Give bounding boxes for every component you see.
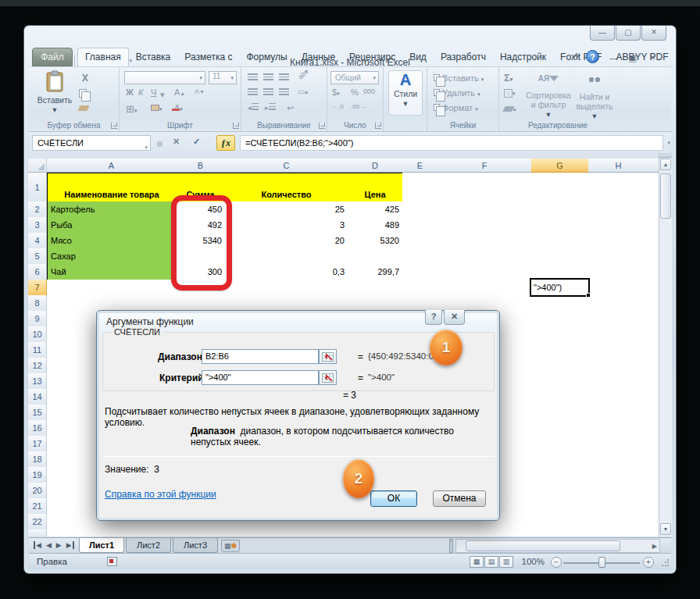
align-right-icon[interactable] bbox=[279, 87, 289, 97]
zoom-out-icon[interactable]: − bbox=[551, 557, 562, 568]
cell-A1[interactable]: Наименование товара bbox=[47, 173, 177, 202]
font-color-icon[interactable]: А▾ bbox=[174, 103, 183, 112]
cell-C5[interactable] bbox=[225, 248, 348, 265]
cell-X14[interactable] bbox=[648, 389, 659, 405]
cell-G2[interactable] bbox=[531, 201, 589, 218]
cell-G16[interactable] bbox=[531, 420, 589, 437]
tab-данные[interactable]: Данные bbox=[295, 48, 342, 66]
criteria-field-input[interactable]: ">400" bbox=[202, 370, 319, 385]
insert-worksheet-tab[interactable]: ▦✱ bbox=[221, 540, 240, 552]
row-header-2[interactable]: 2 bbox=[28, 201, 47, 218]
name-box[interactable]: СЧЁТЕСЛИ▾ bbox=[32, 135, 151, 151]
cell-H15[interactable] bbox=[588, 405, 649, 421]
cell-E1[interactable] bbox=[402, 173, 438, 202]
cell-G22[interactable] bbox=[531, 514, 589, 530]
row-header-20[interactable]: 20 bbox=[28, 483, 47, 499]
macro-record-icon[interactable] bbox=[107, 557, 117, 566]
cell-A5[interactable]: Сахар bbox=[47, 248, 177, 265]
increase-decimal-icon[interactable]: ←,0 bbox=[332, 103, 344, 110]
zoom-slider-thumb[interactable] bbox=[598, 557, 605, 568]
cell-X19[interactable] bbox=[648, 467, 659, 483]
cell-G19[interactable] bbox=[531, 467, 589, 483]
row-header-9[interactable]: 9 bbox=[28, 311, 47, 327]
cell-D5[interactable] bbox=[348, 248, 403, 265]
cell-E4[interactable] bbox=[402, 233, 438, 249]
underline-button[interactable]: Ч bbox=[151, 87, 156, 97]
row-header-11[interactable]: 11 bbox=[28, 342, 47, 358]
cell-A23[interactable] bbox=[47, 529, 177, 537]
expand-formula-bar-icon[interactable]: ▾ bbox=[667, 140, 670, 146]
cell-G15[interactable] bbox=[531, 405, 589, 421]
cell-H23[interactable] bbox=[588, 529, 649, 537]
cell-X5[interactable] bbox=[648, 248, 659, 265]
row-header-5[interactable]: 5 bbox=[28, 248, 47, 265]
percent-icon[interactable]: % bbox=[351, 87, 359, 97]
cell-H5[interactable] bbox=[588, 248, 649, 265]
cut-icon[interactable] bbox=[80, 73, 89, 84]
shrink-font-icon[interactable]: А▼ bbox=[195, 87, 205, 95]
cell-X23[interactable] bbox=[648, 529, 659, 537]
autosum-icon[interactable]: Σ▾ bbox=[504, 72, 512, 84]
increase-indent-icon[interactable]: ▸ bbox=[265, 103, 276, 112]
cell-X15[interactable] bbox=[648, 405, 659, 421]
split-handle[interactable] bbox=[659, 153, 672, 158]
cell-E2[interactable] bbox=[402, 201, 438, 218]
help-link[interactable]: Справка по этой функции bbox=[105, 489, 216, 500]
select-all-corner[interactable] bbox=[28, 159, 47, 173]
tab-вид[interactable]: Вид bbox=[402, 48, 434, 66]
borders-icon[interactable]: ⊞▾ bbox=[126, 103, 137, 115]
cell-B23[interactable] bbox=[176, 529, 226, 537]
cell-C1[interactable]: Количество bbox=[225, 173, 348, 202]
help-icon[interactable]: ? bbox=[586, 50, 599, 63]
cell-A6[interactable]: Чай bbox=[47, 264, 177, 280]
insert-function-icon[interactable]: ƒx bbox=[216, 135, 235, 151]
cell-C8[interactable] bbox=[225, 295, 348, 312]
cell-G10[interactable] bbox=[531, 326, 589, 343]
page-layout-view-icon[interactable]: ▤ bbox=[484, 556, 498, 568]
tab-рецензирс[interactable]: Рецензирс bbox=[342, 48, 402, 66]
cell-G13[interactable] bbox=[531, 373, 589, 390]
row-header-4[interactable]: 4 bbox=[28, 233, 47, 249]
align-middle-icon[interactable] bbox=[263, 73, 273, 82]
cell-H1[interactable] bbox=[588, 173, 649, 202]
cell-G18[interactable] bbox=[531, 451, 589, 468]
row-header-12[interactable]: 12 bbox=[28, 358, 47, 374]
column-header-partial[interactable] bbox=[648, 159, 659, 173]
cell-X1[interactable] bbox=[648, 173, 659, 202]
cell-H7[interactable] bbox=[588, 280, 649, 296]
cell-H22[interactable] bbox=[588, 514, 649, 530]
cell-H12[interactable] bbox=[588, 358, 649, 374]
zoom-in-icon[interactable]: + bbox=[643, 557, 654, 568]
column-header-A[interactable]: A bbox=[47, 159, 177, 173]
cell-X10[interactable] bbox=[648, 326, 659, 343]
cell-E3[interactable] bbox=[402, 217, 438, 234]
grow-font-icon[interactable]: А▲ bbox=[174, 87, 185, 97]
dialog-close-icon[interactable]: ✕ bbox=[444, 310, 465, 325]
cell-C3[interactable]: 3 bbox=[225, 217, 348, 234]
cell-E5[interactable] bbox=[402, 248, 438, 265]
cell-A3[interactable]: Рыба bbox=[47, 217, 177, 234]
wrap-text-icon[interactable]: ↩ bbox=[287, 103, 294, 113]
cell-H21[interactable] bbox=[588, 498, 649, 515]
cell-H16[interactable] bbox=[588, 420, 649, 437]
cell-E23[interactable] bbox=[402, 529, 438, 537]
cell-G3[interactable] bbox=[531, 217, 589, 234]
cell-E7[interactable] bbox=[402, 280, 438, 296]
sort-filter-button[interactable]: АЯ Сортировка и фильтр▾ bbox=[524, 70, 573, 119]
active-cell-G7[interactable]: ">400") bbox=[530, 278, 590, 297]
cell-D1[interactable]: Цена bbox=[348, 173, 403, 202]
normal-view-icon[interactable]: ▦ bbox=[470, 556, 484, 568]
column-header-G[interactable]: G bbox=[531, 159, 589, 173]
tab-разметка-с[interactable]: Разметка с bbox=[177, 48, 239, 66]
row-header-14[interactable]: 14 bbox=[28, 389, 47, 405]
tab-вставка[interactable]: Вставка bbox=[129, 48, 178, 66]
row-header-22[interactable]: 22 bbox=[28, 514, 47, 530]
tab-abbyy-pdf[interactable]: ABBYY PDF bbox=[609, 48, 675, 66]
sheet-tab-лист1[interactable]: Лист1 bbox=[79, 538, 124, 553]
cell-H11[interactable] bbox=[588, 342, 649, 358]
cell-F5[interactable] bbox=[438, 248, 532, 265]
workbook-minimize-icon[interactable]: — bbox=[609, 52, 618, 63]
cell-D3[interactable]: 489 bbox=[348, 217, 403, 234]
align-center-icon[interactable] bbox=[263, 87, 273, 97]
cell-F8[interactable] bbox=[438, 295, 532, 312]
